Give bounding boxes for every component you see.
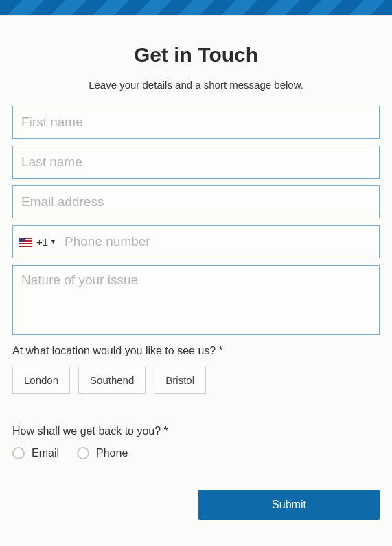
- radio-circle-icon: [77, 447, 89, 459]
- contact-radio-group: Email Phone: [12, 447, 380, 459]
- submit-button[interactable]: Submit: [198, 490, 380, 520]
- message-textarea[interactable]: [12, 265, 380, 335]
- contact-radio-email-label: Email: [32, 447, 59, 459]
- location-question-label: At what location would you like to see u…: [12, 345, 380, 357]
- location-chip-london[interactable]: London: [12, 367, 70, 394]
- page-subtitle: Leave your details and a short message b…: [12, 79, 380, 91]
- email-input[interactable]: [12, 185, 380, 218]
- contact-radio-phone-label: Phone: [96, 447, 128, 459]
- first-name-input[interactable]: [12, 106, 380, 139]
- location-chip-southend[interactable]: Southend: [78, 367, 146, 394]
- contact-radio-email[interactable]: Email: [12, 447, 59, 459]
- contact-radio-phone[interactable]: Phone: [77, 447, 128, 459]
- us-flag-icon[interactable]: [19, 238, 32, 247]
- contact-question-label: How shall we get back to you? *: [12, 425, 380, 437]
- phone-input[interactable]: [65, 226, 373, 258]
- chevron-down-icon[interactable]: ▼: [50, 238, 56, 245]
- dial-code[interactable]: +1: [36, 236, 48, 248]
- location-chip-group: London Southend Bristol: [12, 367, 380, 394]
- location-chip-bristol[interactable]: Bristol: [154, 367, 206, 394]
- contact-form-page: Get in Touch Leave your details and a sh…: [0, 15, 392, 546]
- last-name-input[interactable]: [12, 146, 380, 179]
- decorative-stripe-header: [0, 0, 392, 15]
- submit-row: Submit: [12, 490, 380, 520]
- phone-field-wrapper: +1 ▼: [12, 225, 380, 258]
- page-title: Get in Touch: [12, 43, 380, 67]
- radio-circle-icon: [12, 447, 25, 459]
